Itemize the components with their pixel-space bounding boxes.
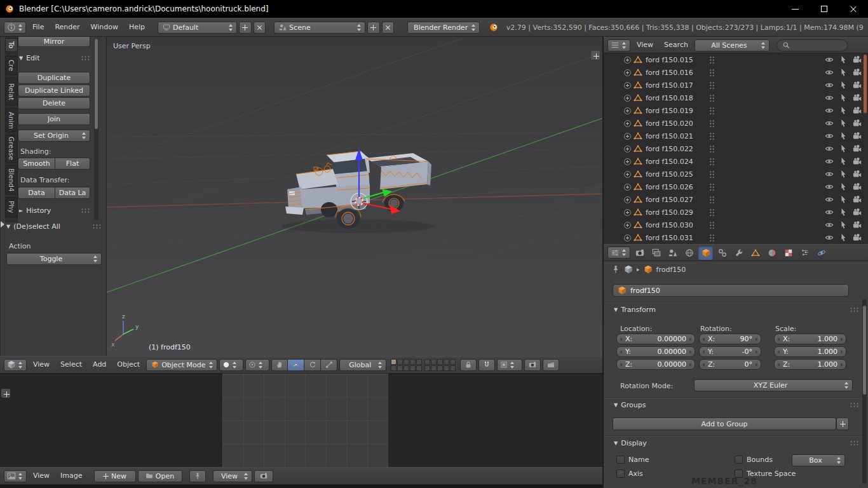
tab-relations[interactable]: Relat (5, 78, 18, 105)
outliner-row[interactable]: ford f150.029 (604, 206, 868, 219)
object-name[interactable]: ford f150.029 (646, 208, 693, 217)
outliner-search-menu[interactable]: Search (660, 39, 693, 51)
expand-icon[interactable] (624, 107, 631, 114)
layer-cell[interactable] (397, 365, 403, 371)
visibility-eye-icon[interactable] (825, 144, 834, 153)
shade-flat-button[interactable]: Flat (55, 158, 90, 170)
uv-view-menu[interactable]: View (29, 470, 54, 482)
file-menu[interactable]: File (28, 21, 48, 34)
view-menu[interactable]: View (29, 358, 54, 371)
layer-cell[interactable] (410, 359, 416, 365)
editor-type-selector-outliner[interactable] (607, 39, 630, 51)
tab-constraints[interactable] (715, 246, 729, 260)
visibility-eye-icon[interactable] (825, 55, 834, 64)
transform-panel-header[interactable]: ▼Transform (614, 306, 859, 314)
scrollbar-thumb[interactable] (863, 306, 866, 395)
outliner-row[interactable]: ford f150.025 (604, 168, 868, 180)
layer-cell[interactable] (437, 359, 443, 365)
renderable-camera-icon[interactable] (853, 93, 862, 102)
visibility-eye-icon[interactable] (825, 220, 834, 229)
editor-type-selector-properties[interactable] (607, 247, 630, 259)
outliner-row[interactable]: ford f150.017 (604, 79, 868, 92)
rotate-manipulator-toggle[interactable] (304, 359, 321, 371)
open-image-button[interactable]: Open (138, 470, 182, 482)
expand-icon[interactable] (624, 82, 631, 89)
selectable-cursor-icon[interactable] (839, 195, 848, 204)
data-transfer-layout-button[interactable]: Data La (55, 187, 90, 199)
add-layout-button[interactable] (239, 22, 252, 34)
translate-manipulator-toggle[interactable] (288, 359, 304, 371)
duplicate-button[interactable]: Duplicate (18, 72, 90, 84)
tab-modifiers[interactable] (731, 246, 746, 260)
visibility-eye-icon[interactable] (825, 182, 834, 191)
layer-cell[interactable] (437, 365, 443, 371)
outliner-search-box[interactable] (776, 39, 848, 51)
outliner-row[interactable]: ford f150.024 (604, 155, 868, 168)
visibility-eye-icon[interactable] (825, 170, 834, 179)
tab-particles[interactable] (797, 246, 812, 260)
add-menu[interactable]: Add (88, 358, 111, 371)
mirror-button[interactable]: Mirror (18, 37, 90, 47)
renderable-camera-icon[interactable] (853, 233, 862, 242)
object-name[interactable]: ford f150.024 (646, 158, 693, 166)
set-origin-dropdown[interactable]: Set Origin (18, 130, 90, 142)
maximize-button[interactable] (810, 0, 839, 18)
expand-icon[interactable] (624, 196, 631, 203)
outliner-row[interactable]: ford f150.021 (604, 130, 868, 142)
tab-create[interactable]: Cre (5, 56, 18, 75)
expand-icon[interactable] (624, 57, 631, 64)
object-name[interactable]: ford f150.022 (646, 145, 693, 153)
viewport-scene[interactable]: z x y User Persp (1) frodf150 (107, 37, 602, 356)
scrollbar-thumb[interactable] (864, 55, 867, 113)
selectable-cursor-icon[interactable] (839, 170, 848, 179)
bounds-type-dropdown[interactable]: Box (792, 454, 845, 466)
visibility-eye-icon[interactable] (825, 119, 834, 128)
selectable-cursor-icon[interactable] (839, 182, 848, 191)
scale-z-field[interactable]: Z:1.000 (774, 359, 846, 370)
visibility-eye-icon[interactable] (825, 81, 834, 90)
outliner-row[interactable]: ford f150.016 (604, 66, 868, 79)
layer-cell[interactable] (444, 365, 449, 371)
renderable-camera-icon[interactable] (853, 68, 862, 77)
add-scene-button[interactable] (367, 22, 380, 34)
expand-icon[interactable] (624, 69, 631, 76)
renderable-camera-icon[interactable] (853, 208, 862, 217)
tab-grease-pencil[interactable]: Grease (5, 135, 18, 163)
manipulator-enable-toggle[interactable] (271, 359, 288, 371)
deselect-all-panel-header[interactable]: ▼(De)select All (6, 222, 102, 231)
minimize-button[interactable] (780, 0, 810, 18)
layer-cell[interactable] (416, 365, 422, 371)
tab-render-layers[interactable] (649, 246, 663, 260)
selectable-cursor-icon[interactable] (839, 68, 848, 77)
object-menu[interactable]: Object (112, 358, 144, 371)
renderable-camera-icon[interactable] (853, 157, 862, 166)
object-name[interactable]: ford f150.015 (646, 56, 693, 64)
tab-material[interactable] (764, 246, 779, 260)
selectable-cursor-icon[interactable] (839, 55, 848, 64)
selectable-cursor-icon[interactable] (839, 220, 848, 229)
pivot-point-selector[interactable] (245, 359, 269, 371)
open-properties-region-button[interactable] (591, 51, 600, 60)
object-name[interactable]: ford f150.017 (646, 81, 693, 90)
renderable-camera-icon[interactable] (853, 106, 862, 115)
uv-grid[interactable] (222, 374, 388, 467)
3d-viewport[interactable]: z x y User Persp (1) frodf150 (107, 37, 602, 356)
snap-toggle[interactable] (478, 359, 495, 371)
renderable-camera-icon[interactable] (853, 195, 862, 204)
open-region-button[interactable] (1, 389, 10, 398)
uv-image-menu[interactable]: Image (56, 470, 86, 482)
selectable-cursor-icon[interactable] (839, 119, 848, 128)
outliner-row[interactable]: ford f150.026 (604, 180, 868, 193)
layer-cell[interactable] (424, 365, 430, 371)
snap-element-selector[interactable] (497, 359, 522, 371)
uv-render-result-button[interactable] (254, 470, 273, 482)
transform-orientation-selector[interactable]: Global (339, 359, 386, 371)
scale-y-field[interactable]: Y:1.000 (774, 346, 846, 357)
renderable-camera-icon[interactable] (853, 132, 862, 140)
selectable-cursor-icon[interactable] (839, 208, 848, 217)
outliner-display-mode-selector[interactable]: All Scenes (695, 39, 770, 51)
expand-icon[interactable] (624, 95, 631, 102)
layer-cell[interactable] (403, 365, 409, 371)
renderable-camera-icon[interactable] (853, 119, 862, 128)
add-to-group-button[interactable]: Add to Group (613, 417, 836, 430)
